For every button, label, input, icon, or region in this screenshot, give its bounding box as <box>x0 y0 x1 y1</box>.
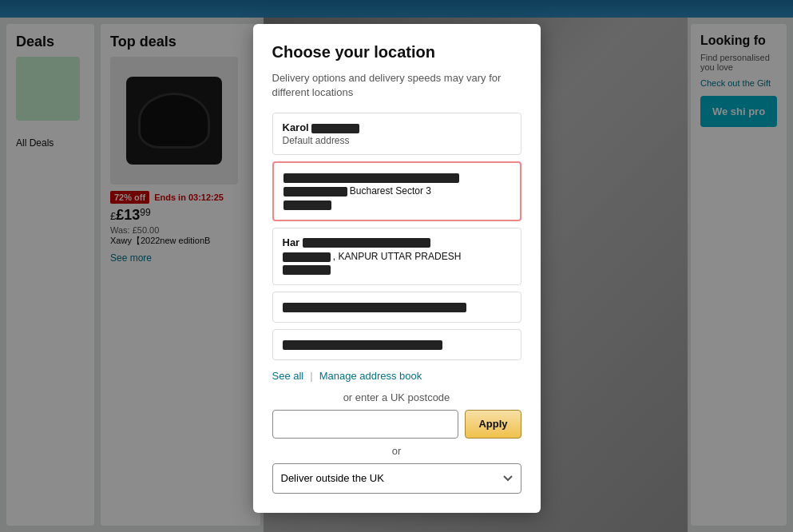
see-all-link[interactable]: See all <box>272 370 304 382</box>
address-line-2: Bucharest Sector 3 <box>283 171 510 211</box>
address-item-4[interactable] <box>272 292 521 323</box>
modal-overlay: Choose your location Delivery options an… <box>0 0 793 532</box>
deliver-outside-select[interactable]: Deliver outside the UK <box>272 463 521 494</box>
links-divider: | <box>310 370 312 382</box>
deliver-outside-wrapper: Deliver outside the UK <box>272 463 521 494</box>
links-row: See all | Manage address book <box>272 370 521 382</box>
postcode-input[interactable] <box>272 410 459 439</box>
address-line-3: , KANPUR UTTAR PRADESH <box>283 250 511 277</box>
address-default-label: Default address <box>283 135 511 146</box>
or-divider: or <box>272 445 521 457</box>
modal-title: Choose your location <box>272 43 521 62</box>
postcode-row: Apply <box>272 410 521 439</box>
address-item-3[interactable]: Har , KANPUR UTTAR PRADESH <box>272 228 521 286</box>
address-line-4 <box>283 300 511 314</box>
address-item-1[interactable]: Karol Default address <box>272 113 521 155</box>
postcode-section: or enter a UK postcode Apply or Deliver … <box>272 391 521 494</box>
address-line-5 <box>283 338 511 351</box>
address-item-2[interactable]: Bucharest Sector 3 <box>272 161 521 220</box>
postcode-label: or enter a UK postcode <box>272 391 521 403</box>
address-name-1: Karol <box>283 121 511 133</box>
apply-button[interactable]: Apply <box>465 410 521 439</box>
redacted-1 <box>311 124 359 133</box>
address-name-3: Har <box>283 236 511 248</box>
modal-subtitle: Delivery options and delivery speeds may… <box>272 71 521 100</box>
manage-address-link[interactable]: Manage address book <box>319 370 422 382</box>
address-item-5[interactable] <box>272 329 521 360</box>
modal-dialog: Choose your location Delivery options an… <box>253 24 541 513</box>
